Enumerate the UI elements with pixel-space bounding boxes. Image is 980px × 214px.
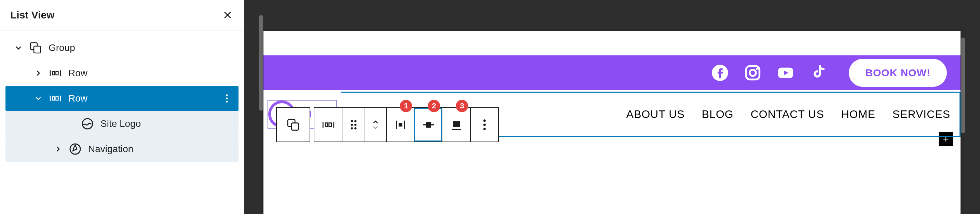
site-logo-icon (81, 117, 94, 131)
toolbar-group-main: 1 2 3 (314, 107, 499, 142)
tree-label: Row (68, 68, 239, 78)
editor-canvas: 1 2 3 (244, 0, 980, 214)
row-icon (49, 66, 62, 80)
svg-rect-17 (453, 121, 460, 128)
chevron-down-icon[interactable] (32, 92, 45, 105)
svg-rect-8 (291, 123, 299, 130)
nav-menu: ABOUT US BLOG CONTACT US HOME SERVICES (626, 108, 952, 121)
chevron-right-icon[interactable] (32, 67, 45, 79)
svg-point-18 (484, 119, 486, 122)
width-button[interactable]: 3 (442, 108, 470, 142)
tree-label: Row (68, 93, 220, 104)
svg-point-10 (354, 120, 356, 122)
svg-rect-15 (399, 123, 402, 127)
align-none-icon (449, 118, 464, 132)
chevron-down-icon[interactable] (12, 42, 25, 54)
scrollbar[interactable] (961, 38, 965, 133)
sidebar-title: List View (10, 9, 55, 21)
frame-whitespace (264, 138, 961, 179)
row-icon (321, 118, 336, 132)
svg-point-14 (354, 127, 356, 129)
nav-item-about[interactable]: ABOUT US (626, 108, 685, 121)
svg-point-23 (750, 70, 756, 76)
block-tree: Group Row Row Site Logo Nav (0, 30, 244, 162)
frame-whitespace (264, 31, 961, 55)
group-icon (29, 41, 42, 55)
move-updown-button[interactable] (364, 108, 386, 142)
tree-label: Navigation (88, 144, 239, 155)
chevron-down-icon (371, 125, 380, 130)
svg-point-3 (226, 97, 228, 99)
book-now-button[interactable]: BOOK NOW! (849, 59, 947, 87)
block-toolbar: 1 2 3 (276, 107, 499, 142)
svg-point-19 (484, 124, 486, 126)
instagram-icon[interactable] (743, 64, 762, 82)
tree-label: Group (49, 42, 239, 53)
list-view-sidebar: List View Group Row Row (0, 0, 244, 214)
justify-button[interactable]: 1 (386, 108, 414, 142)
svg-rect-16 (426, 122, 431, 128)
tree-item-group[interactable]: Group (5, 35, 239, 61)
svg-point-11 (351, 124, 353, 126)
align-vertical-button[interactable]: 2 (414, 108, 442, 142)
tree-label: Site Logo (100, 118, 239, 129)
close-icon (223, 10, 233, 20)
svg-point-20 (484, 128, 486, 130)
tree-item-site-logo[interactable]: Site Logo (5, 111, 239, 136)
nav-item-contact[interactable]: CONTACT US (751, 108, 824, 121)
youtube-icon[interactable] (776, 64, 795, 82)
row-icon (49, 92, 62, 105)
add-block-button[interactable]: + (939, 132, 953, 146)
scrollbar[interactable] (259, 15, 263, 111)
svg-rect-1 (34, 46, 41, 53)
facebook-icon[interactable] (711, 64, 729, 82)
close-button[interactable] (221, 9, 234, 21)
toolbar-group-parent (276, 107, 310, 142)
select-parent-button[interactable] (277, 108, 310, 142)
svg-point-9 (351, 120, 353, 122)
nav-item-blog[interactable]: BLOG (702, 108, 733, 121)
svg-point-13 (351, 127, 353, 129)
block-type-button[interactable] (314, 108, 342, 142)
align-middle-icon (421, 118, 436, 132)
justify-icon (393, 118, 408, 132)
svg-point-24 (756, 68, 758, 70)
sidebar-header: List View (0, 0, 244, 30)
nav-item-home[interactable]: HOME (841, 108, 875, 121)
tree-item-row-1[interactable]: Row (5, 61, 239, 86)
options-button[interactable] (220, 92, 234, 105)
nav-item-services[interactable]: SERVICES (892, 108, 950, 121)
chevron-up-icon (371, 120, 380, 125)
annotation-badge-1: 1 (400, 100, 412, 112)
header-topbar: BOOK NOW! (264, 55, 961, 90)
group-icon (286, 118, 301, 132)
tiktok-icon[interactable] (809, 64, 827, 82)
chevron-right-icon[interactable] (52, 143, 64, 155)
more-options-button[interactable] (470, 108, 498, 142)
navigation-icon (68, 142, 82, 156)
svg-point-4 (226, 101, 228, 102)
drag-icon (347, 118, 361, 132)
tree-item-navigation[interactable]: Navigation (5, 136, 239, 162)
more-vertical-icon (477, 118, 492, 132)
tree-item-row-2[interactable]: Row (5, 86, 239, 111)
annotation-badge-2: 2 (428, 100, 440, 112)
svg-point-12 (354, 124, 356, 126)
drag-handle[interactable] (342, 108, 364, 142)
annotation-badge-3: 3 (456, 100, 468, 112)
svg-point-2 (226, 94, 228, 96)
